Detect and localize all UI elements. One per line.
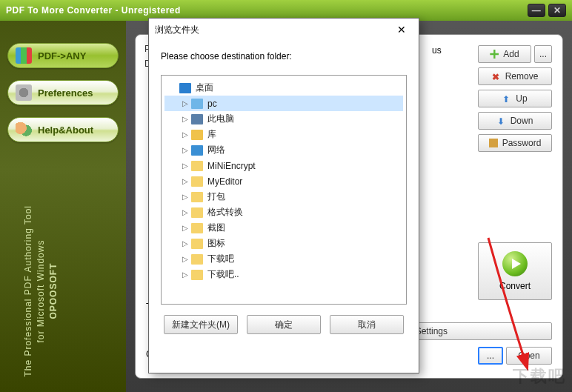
action-column: Add ... ✖ Remove ⬆ Up ⬇ Down (478, 45, 552, 156)
tree-item-label: 网络 (207, 144, 225, 156)
minimize-button[interactable]: — (528, 4, 545, 17)
expand-icon[interactable]: ▷ (181, 177, 190, 185)
folder-icon (191, 145, 203, 156)
desktop-icon (179, 83, 191, 93)
nav-label: PDF->ANY (38, 50, 86, 62)
expand-icon[interactable]: ▷ (181, 162, 190, 170)
pencil-icon (489, 139, 498, 147)
tree-item[interactable]: ▷截图 (164, 220, 403, 236)
expand-icon[interactable]: ▷ (181, 146, 190, 154)
gear-icon (16, 84, 32, 101)
open-button[interactable]: Open (506, 347, 552, 365)
tree-item-label: 此电脑 (207, 113, 234, 125)
tree-item-label: pc (207, 99, 217, 109)
folder-icon (191, 114, 203, 124)
password-button[interactable]: Password (478, 134, 552, 152)
folder-tree[interactable]: 桌面 ▷pc▷此电脑▷库▷网络▷MiNiEncrypt▷MyEditor▷打包▷… (161, 75, 407, 305)
tree-item[interactable]: ▷下载吧 (164, 251, 403, 267)
tree-item[interactable]: ▷库 (164, 127, 403, 142)
col-header: us (432, 45, 442, 56)
close-button[interactable]: ✕ (548, 4, 566, 17)
folder-icon (191, 99, 203, 109)
dialog-titlebar: 浏览文件夹 ✕ (149, 19, 419, 41)
x-icon: ✖ (492, 72, 501, 81)
dialog-message: Please choose destination folder: (161, 51, 407, 62)
nav-help-about[interactable]: Help&About (7, 117, 119, 142)
folder-icon (191, 130, 203, 140)
nav-pdf-any[interactable]: PDF->ANY (7, 43, 119, 68)
folder-icon (191, 254, 203, 265)
play-icon (502, 251, 528, 276)
expand-icon[interactable]: ▷ (181, 193, 190, 201)
tree-item[interactable]: ▷MyEditor (164, 173, 403, 189)
expand-icon[interactable]: ▷ (181, 239, 190, 248)
folder-icon (191, 161, 203, 171)
tree-item[interactable]: ▷网络 (164, 142, 403, 158)
tree-item[interactable]: ▷打包 (164, 189, 403, 205)
tree-item-label: 下载吧 (207, 253, 234, 265)
browse-button[interactable]: ... (478, 347, 503, 365)
ok-button[interactable]: 确定 (247, 315, 321, 334)
people-icon (16, 122, 32, 138)
folder-icon (191, 192, 203, 202)
tree-item-label: 打包 (207, 190, 225, 203)
books-icon (16, 47, 32, 64)
tree-item[interactable]: ▷格式转换 (164, 205, 403, 220)
tree-item-label: 下载吧.. (207, 268, 239, 281)
add-button[interactable]: Add (478, 45, 531, 63)
plus-icon (490, 50, 499, 59)
app-title: PDF To More Converter - Unregistered (6, 5, 181, 16)
tree-item-label: MyEditor (207, 176, 242, 187)
expand-icon[interactable]: ▷ (181, 255, 190, 263)
sidebar: PDF->ANY Preferences Help&About The Prof… (0, 21, 126, 392)
remove-button[interactable]: ✖ Remove (478, 67, 552, 85)
arrow-down-icon: ⬇ (497, 116, 506, 125)
tree-item-label: MiNiEncrypt (207, 161, 256, 171)
new-folder-button[interactable]: 新建文件夹(M) (164, 315, 238, 334)
folder-icon (191, 270, 203, 280)
folder-icon (191, 239, 203, 249)
tree-item[interactable]: ▷此电脑 (164, 111, 403, 127)
cancel-button[interactable]: 取消 (330, 315, 404, 334)
nav-label: Preferences (38, 87, 93, 99)
expand-icon[interactable]: ▷ (181, 224, 190, 232)
tree-root[interactable]: 桌面 (164, 80, 403, 96)
tree-item-label: 截图 (207, 222, 225, 234)
dialog-title: 浏览文件夹 (155, 24, 199, 36)
tree-item[interactable]: ▷图标 (164, 236, 403, 251)
convert-button[interactable]: Convert (478, 242, 552, 300)
tree-item[interactable]: ▷下载吧.. (164, 267, 403, 282)
add-more-button[interactable]: ... (534, 45, 552, 63)
expand-icon[interactable]: ▷ (181, 130, 190, 139)
tree-item-label: 格式转换 (207, 206, 243, 219)
tree-item[interactable]: ▷pc (164, 96, 403, 111)
expand-icon[interactable]: ▷ (181, 99, 190, 107)
nav-preferences[interactable]: Preferences (7, 80, 119, 105)
browse-folder-dialog: 浏览文件夹 ✕ Please choose destination folder… (148, 18, 419, 373)
dialog-close-button[interactable]: ✕ (390, 21, 413, 39)
sidebar-branding: The Professional PDF Authoring Tool for … (22, 205, 59, 377)
expand-icon[interactable]: ▷ (181, 208, 190, 216)
up-button[interactable]: ⬆ Up (478, 90, 552, 107)
down-button[interactable]: ⬇ Down (478, 112, 552, 130)
folder-icon (191, 223, 203, 233)
tree-item-label: 库 (207, 128, 216, 141)
watermark: 下载吧 (513, 365, 566, 388)
arrow-up-icon: ⬆ (502, 94, 511, 103)
tree-item[interactable]: ▷MiNiEncrypt (164, 158, 403, 173)
nav-label: Help&About (38, 124, 93, 136)
folder-icon (191, 176, 203, 187)
expand-icon[interactable]: ▷ (181, 115, 190, 123)
tree-item-label: 图标 (207, 237, 225, 250)
folder-icon (191, 207, 203, 218)
expand-icon[interactable]: ▷ (181, 270, 190, 279)
